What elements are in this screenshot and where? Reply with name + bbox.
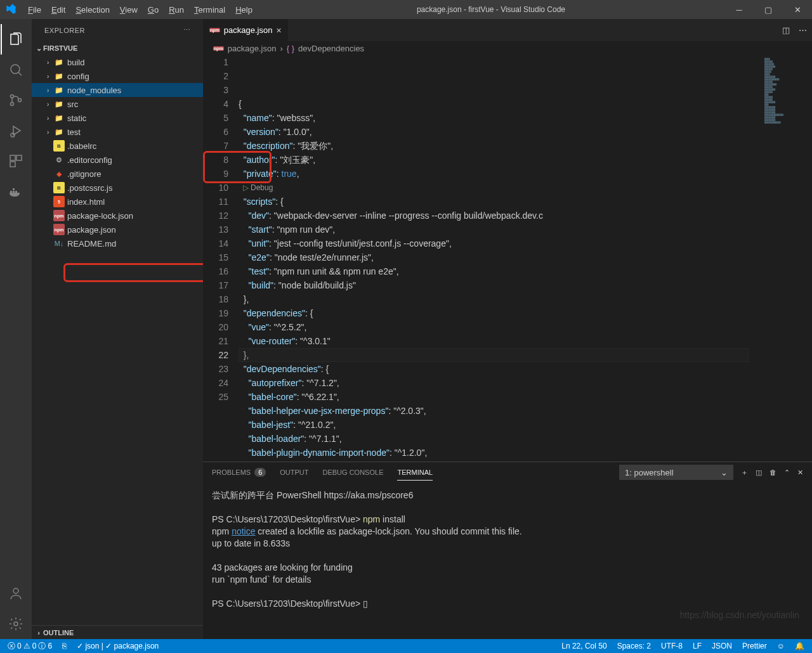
editor-area: npm package.json × ◫ ⋯ npm package.json … — [203, 19, 812, 639]
vscode-logo-icon — [5, 4, 16, 15]
code-editor[interactable]: 1234567891011121314151617181920212223242… — [203, 55, 812, 462]
chevron-down-icon: ⌄ — [721, 468, 728, 477]
close-button[interactable]: ✕ — [783, 0, 812, 19]
account-icon[interactable] — [1, 578, 31, 609]
tree-item-label: build — [67, 58, 84, 67]
chevron-right-icon: › — [47, 87, 53, 94]
menu-view[interactable]: View — [115, 3, 143, 17]
status-eol[interactable]: LF — [690, 642, 704, 650]
split-editor-icon[interactable]: ◫ — [782, 25, 790, 35]
explorer-icon[interactable] — [1, 24, 31, 55]
file-package-json[interactable]: npmpackage.json — [32, 223, 203, 236]
debug-icon[interactable] — [1, 115, 31, 146]
output-tab[interactable]: OUTPUT — [280, 465, 308, 480]
tab-package-json[interactable]: npm package.json × — [203, 19, 289, 41]
project-section[interactable]: ⌄ FIRSTVUE — [32, 41, 203, 55]
minimap[interactable]: ████████████████████████████████████████… — [761, 55, 812, 462]
menu-selection[interactable]: Selection — [70, 3, 114, 17]
svg-point-3 — [18, 99, 22, 102]
braces-icon: { } — [287, 44, 294, 53]
status-bell-icon[interactable]: 🔔 — [792, 642, 807, 650]
folder-static[interactable]: ›📁static — [32, 111, 203, 125]
minimize-button[interactable]: ─ — [724, 0, 754, 19]
window-title: package.json - firstVue - Visual Studio … — [258, 5, 724, 14]
file-package-lock-json[interactable]: npmpackage-lock.json — [32, 209, 203, 223]
menu-edit[interactable]: Edit — [46, 3, 70, 17]
split-terminal-icon[interactable]: ◫ — [756, 469, 762, 477]
settings-icon[interactable] — [1, 609, 31, 639]
menu-go[interactable]: Go — [143, 3, 164, 17]
code-content[interactable]: { "name": "websss", "version": "1.0.0", … — [239, 55, 761, 462]
file--babelrc[interactable]: B.babelrc — [32, 139, 203, 153]
debug-console-tab[interactable]: DEBUG CONSOLE — [323, 465, 384, 480]
outline-section[interactable]: › OUTLINE — [32, 625, 203, 639]
tree-item-label: .gitignore — [67, 169, 101, 179]
folder-src[interactable]: ›📁src — [32, 97, 203, 111]
tree-item-label: config — [67, 72, 89, 81]
chevron-right-icon: › — [280, 44, 282, 53]
folder-node_modules[interactable]: ›📁node_modules — [32, 83, 203, 97]
status-prettier[interactable]: Prettier — [740, 642, 769, 650]
trash-icon[interactable]: 🗑 — [769, 469, 776, 476]
project-name: FIRSTVUE — [43, 44, 77, 52]
file-index-html[interactable]: 5index.html — [32, 195, 203, 209]
watermark-text: https://blog.csdn.net/youtianlin — [680, 610, 799, 620]
activity-bar — [0, 19, 32, 639]
file--postcssrc-js[interactable]: B.postcssrc.js — [32, 181, 203, 195]
more-icon[interactable]: ⋯ — [183, 26, 191, 34]
file--gitignore[interactable]: ◆.gitignore — [32, 167, 203, 181]
status-port-icon[interactable]: ⎘ — [60, 642, 69, 650]
file-README-md[interactable]: M↓README.md — [32, 236, 203, 250]
html-icon: 5 — [53, 196, 65, 207]
menu-help[interactable]: Help — [230, 3, 258, 17]
file--editorconfig[interactable]: ⚙.editorconfig — [32, 153, 203, 167]
breadcrumb[interactable]: npm package.json › { } devDependencies — [203, 41, 812, 55]
menu-terminal[interactable]: Terminal — [189, 3, 230, 17]
status-schema[interactable]: ✓ json | ✓ package.json — [74, 642, 161, 650]
status-language[interactable]: JSON — [709, 642, 735, 650]
status-bar: ⓧ 0 ⚠ 0 ⓘ 6 ⎘ ✓ json | ✓ package.json Ln… — [0, 639, 812, 653]
tree-item-label: static — [67, 113, 86, 123]
status-encoding[interactable]: UTF-8 — [658, 642, 685, 650]
search-icon[interactable] — [1, 55, 31, 85]
window-controls: ─ ▢ ✕ — [724, 0, 812, 19]
terminal-tab[interactable]: TERMINAL — [397, 465, 433, 481]
status-cursor-pos[interactable]: Ln 22, Col 50 — [559, 642, 609, 650]
close-panel-icon[interactable]: ✕ — [797, 469, 803, 477]
file-tree: ›📁build›📁config›📁node_modules›📁src›📁stat… — [32, 55, 203, 625]
maximize-button[interactable]: ▢ — [754, 0, 783, 19]
breadcrumb-file: package.json — [228, 44, 277, 53]
menu-file[interactable]: File — [23, 3, 46, 17]
status-spaces[interactable]: Spaces: 2 — [615, 642, 653, 650]
chevron-right-icon: › — [47, 115, 53, 122]
extensions-icon[interactable] — [1, 146, 31, 176]
status-feedback-icon[interactable]: ☺ — [775, 642, 787, 650]
js-icon: B — [53, 140, 65, 152]
status-errors[interactable]: ⓧ 0 ⚠ 0 ⓘ 6 — [5, 641, 55, 652]
tab-bar: npm package.json × ◫ ⋯ — [203, 19, 812, 41]
more-actions-icon[interactable]: ⋯ — [799, 25, 807, 35]
terminal-selector[interactable]: 1: powershell⌄ — [619, 465, 733, 480]
svg-rect-10 — [15, 191, 17, 193]
chevron-down-icon: ⌄ — [34, 44, 43, 53]
folder-config[interactable]: ›📁config — [32, 69, 203, 83]
folder-icon: 📁 — [53, 112, 65, 124]
source-control-icon[interactable] — [1, 85, 31, 115]
outline-title: OUTLINE — [43, 629, 74, 637]
current-line-highlight — [239, 348, 749, 362]
svg-point-12 — [13, 588, 18, 593]
new-terminal-icon[interactable]: ＋ — [741, 468, 748, 477]
docker-icon[interactable] — [1, 176, 31, 207]
chevron-right-icon: › — [47, 101, 53, 108]
problems-count-badge: 6 — [254, 468, 266, 477]
svg-point-2 — [11, 103, 14, 106]
chevron-up-icon[interactable]: ⌃ — [784, 469, 790, 477]
folder-test[interactable]: ›📁test — [32, 125, 203, 139]
close-icon[interactable]: × — [276, 25, 281, 36]
gear-icon: ⚙ — [53, 154, 65, 165]
problems-tab[interactable]: PROBLEMS6 — [212, 465, 266, 480]
folder-build[interactable]: ›📁build — [32, 55, 203, 69]
menu-run[interactable]: Run — [164, 3, 189, 17]
svg-rect-8 — [10, 191, 12, 193]
folder-icon: 📁 — [53, 126, 65, 138]
